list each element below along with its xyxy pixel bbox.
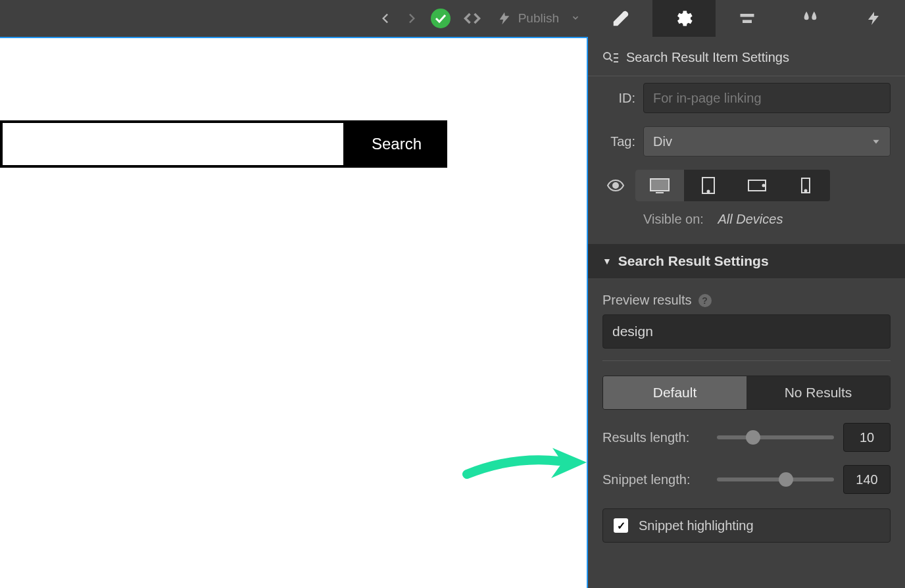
tab-interactions[interactable] [842,0,905,37]
panel-title: Search Result Item Settings [626,50,789,65]
id-placeholder: For in-page linking [653,91,762,106]
svg-line-4 [610,59,612,61]
publish-button[interactable]: Publish [488,0,589,37]
snippet-length-label: Snippet length: [602,472,708,487]
status-ok-icon[interactable] [425,0,456,37]
redo-button[interactable] [393,0,425,37]
svg-rect-10 [650,179,669,191]
svg-point-9 [613,183,618,188]
divider [602,360,891,361]
id-label: ID: [602,91,635,106]
svg-point-0 [431,9,451,28]
tab-layout[interactable] [716,0,779,37]
section-search-results[interactable]: ▼ Search Result Settings [588,244,905,278]
tab-settings[interactable] [652,0,716,37]
slider-thumb[interactable] [779,472,793,487]
tab-style[interactable] [589,0,652,37]
tag-row: Tag: Div [588,120,905,163]
results-length-value[interactable]: 10 [843,423,891,452]
visibility-text: Visible on: All Devices [588,208,905,244]
publish-label: Publish [518,11,559,26]
id-row: ID: For in-page linking [588,76,905,120]
search-form: Search [0,120,447,168]
panel-header: Search Result Item Settings [588,37,905,76]
toggle-noresults[interactable]: No Results [746,376,890,409]
device-desktop[interactable] [635,170,684,201]
preview-results-label: Preview results ? [588,278,905,314]
visible-label: Visible on: [643,212,704,226]
help-icon[interactable]: ? [698,294,712,307]
results-length-slider[interactable] [717,435,834,439]
svg-rect-2 [743,20,752,23]
tag-value: Div [653,134,672,149]
tab-effects[interactable] [779,0,842,37]
topbar: Publish [0,0,905,37]
svg-point-3 [604,53,610,59]
code-icon[interactable] [456,0,488,37]
toggle-default[interactable]: Default [603,376,746,409]
device-mobile[interactable] [781,170,830,201]
snippet-length-row: Snippet length: 140 [588,452,905,494]
svg-point-15 [763,185,765,187]
preview-results-input[interactable]: design [602,314,891,349]
svg-point-13 [708,191,710,193]
results-length-row: Results length: 10 [588,410,905,452]
device-tablet[interactable] [684,170,733,201]
eye-icon [602,180,629,191]
search-input[interactable] [0,120,346,168]
state-toggle: Default No Results [602,376,891,410]
section-title: Search Result Settings [618,253,769,269]
panel-tabs [589,0,905,37]
settings-panel: Search Result Item Settings ID: For in-p… [588,37,905,588]
preview-value: design [612,324,653,339]
chevron-down-icon [564,13,580,24]
svg-point-17 [805,190,807,192]
collapse-icon: ▼ [602,256,612,266]
checkbox-icon: ✓ [614,518,628,533]
id-input[interactable]: For in-page linking [643,83,891,113]
tag-label: Tag: [602,134,635,149]
arrow-annotation [460,436,592,491]
snippet-highlighting-label: Snippet highlighting [639,518,754,533]
svg-rect-1 [741,14,754,17]
snippet-length-value[interactable]: 140 [843,465,891,494]
visibility-row [588,163,905,208]
search-button[interactable]: Search [346,120,447,168]
tag-select[interactable]: Div [643,126,891,157]
svg-marker-8 [873,140,879,144]
device-landscape[interactable] [733,170,781,201]
canvas: Search [0,37,588,588]
slider-thumb[interactable] [746,430,760,445]
results-length-label: Results length: [602,430,708,445]
snippet-length-slider[interactable] [717,478,834,481]
visible-value: All Devices [718,212,783,226]
snippet-highlighting-checkbox[interactable]: ✓ Snippet highlighting [602,508,891,543]
device-tabs [635,170,830,201]
